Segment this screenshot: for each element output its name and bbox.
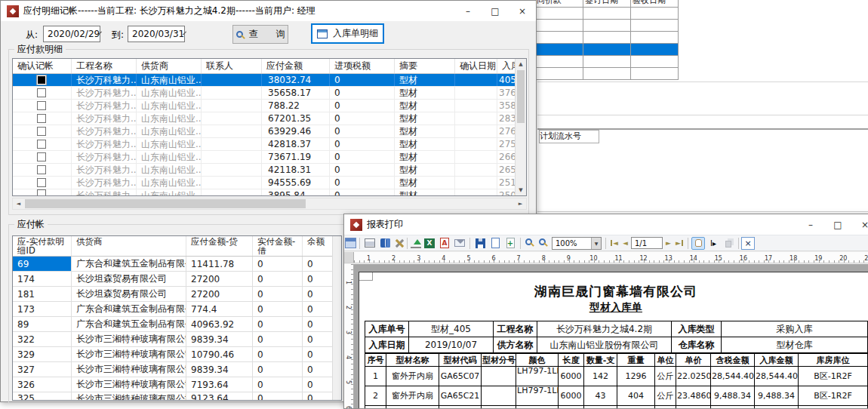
mail-icon[interactable] [453, 237, 466, 250]
col-summary[interactable]: 摘要 [395, 59, 455, 73]
col-confirm-book[interactable]: 确认记帐 [13, 59, 72, 73]
confirm-checkbox[interactable] [37, 189, 46, 195]
scroll-right-icon[interactable]: ► [515, 198, 526, 209]
col-project[interactable]: 工程名称 [72, 59, 137, 73]
from-date-select[interactable]: 2020/02/29 [43, 26, 100, 42]
zoom-in-icon[interactable] [537, 237, 549, 249]
confirm-checkbox[interactable] [37, 101, 46, 110]
print-icon[interactable] [363, 237, 377, 250]
col-supplier[interactable]: 供货商 [137, 59, 202, 73]
detail-table-row[interactable]: 长沙万科魅力... 山东南山铝业... 42818.37 0 型材 275 [13, 138, 526, 151]
minimize-icon[interactable]: – [454, 1, 482, 21]
confirm-checkbox[interactable] [37, 127, 46, 136]
detail-table-row[interactable]: 长沙万科魅力... 山东南山铝业... 3895.84 0 型材 250 [13, 189, 526, 196]
cell-material-subno [482, 367, 516, 386]
copy-button[interactable] [722, 237, 735, 250]
dropdown-icon[interactable]: ▼ [591, 238, 601, 249]
contract-table-row[interactable] [527, 44, 679, 56]
tools-icon[interactable] [393, 238, 404, 248]
last-page-button[interactable]: ► [674, 237, 685, 249]
horizontal-scrollbar[interactable]: ◄ ► [12, 198, 527, 210]
contract-table-row[interactable] [527, 32, 679, 44]
col-confirm-date[interactable]: 确认日期 [455, 59, 497, 73]
inbound-detail-button[interactable]: 入库单明细 [311, 23, 384, 44]
account-table-row[interactable]: 181 长沙坦森贸易有限公司 27200 0 0 [13, 287, 341, 302]
account-table-row[interactable]: 329 长沙市三湘特种玻璃有限公司 10790.46 0 0 [13, 347, 341, 362]
detail-table-row[interactable]: 长沙万科魅力... 山东南山铝业... 63929.46 0 型材 276 [13, 125, 526, 138]
account-table-row[interactable]: 69 广东合和建筑五金制品有限公司 11411.78 0 0 [13, 257, 341, 272]
export-icon[interactable] [411, 238, 421, 248]
add-page-icon[interactable]: + [503, 237, 517, 250]
cell-contact [202, 87, 262, 99]
col-contact[interactable]: 联系人 [202, 59, 262, 73]
designer-icon[interactable] [345, 238, 356, 248]
col-tax[interactable]: 进项税额 [330, 59, 395, 73]
hand-tool-button[interactable] [691, 237, 705, 250]
col-detail-id[interactable]: 应-实付款明细ID [13, 236, 72, 256]
pdf-export-icon[interactable]: A [438, 237, 451, 250]
zoom-select[interactable]: 100% ▼ [552, 237, 602, 250]
close-preview-button[interactable]: × [741, 237, 755, 250]
confirm-checkbox[interactable] [37, 165, 46, 174]
account-table-row[interactable]: 173 广东合和建筑五金制品有限公司 774.4 0 0 [13, 302, 341, 317]
confirm-checkbox[interactable] [37, 88, 46, 97]
query-button[interactable]: 查 询 [232, 25, 288, 44]
scrollbar-thumb[interactable] [25, 199, 306, 208]
preview-area[interactable]: 123456 湖南巨晟门窗幕墙有限公司 型材入库单 入库单号 型材_405 工程… [344, 264, 868, 408]
zoom-out-icon[interactable] [524, 237, 536, 249]
to-date-select[interactable]: 2020/03/31 [128, 26, 185, 42]
excel-export-icon[interactable]: X [423, 237, 436, 250]
confirm-checkbox[interactable] [37, 140, 46, 149]
contract-table-row[interactable] [527, 56, 679, 68]
detail-table-row[interactable]: 长沙万科魅力... 山东南山铝业... 35658.17 0 型材 376 [13, 87, 526, 100]
scroll-up-icon[interactable]: ▲ [516, 59, 526, 69]
account-table-row[interactable]: 322 长沙市三湘特种玻璃有限公司 9839.34 0 0 [13, 332, 341, 347]
payables-titlebar[interactable]: 应付明细记帐------当前工程: 长沙万科魅力之城4.2期------当前用户… [1, 1, 536, 21]
save-icon[interactable] [473, 237, 487, 250]
confirm-checkbox[interactable] [37, 178, 46, 187]
contract-table-row[interactable] [527, 20, 679, 32]
minimize-icon[interactable]: – [797, 214, 824, 235]
account-table-row[interactable]: 89 广东合和建筑五金制品有限公司 40963.92 0 0 [13, 317, 341, 332]
first-page-button[interactable]: ◄ [608, 237, 620, 249]
cell-qty: 142 [584, 367, 617, 386]
col-debit[interactable]: 实付金额-借 [253, 236, 303, 256]
detail-table-row[interactable]: 长沙万科魅力... 山东南山铝业... 38032.74 0 型材 405 [13, 74, 526, 87]
scrollbar-thumb[interactable] [517, 70, 525, 123]
account-table-row[interactable]: 325 长沙市三湘特种玻璃有限公司 9123.64 0 0 [13, 392, 341, 401]
contract-table-row[interactable] [527, 8, 679, 20]
next-page-button[interactable]: ► [663, 237, 674, 249]
detail-table-row[interactable]: 长沙万科魅力... 山东南山铝业... 94555.69 0 型材 251 [13, 177, 526, 189]
report-titlebar[interactable]: 报表打印 – □ × [344, 214, 868, 235]
vertical-scrollbar[interactable]: ▲ ▼ [515, 59, 526, 195]
confirm-checkbox[interactable] [37, 114, 46, 123]
detail-table-row[interactable]: 长沙万科魅力... 山东南山铝业... 73671.19 0 型材 266 [13, 151, 526, 164]
vertical-scrollbar[interactable] [332, 236, 341, 400]
book-icon[interactable] [378, 237, 392, 250]
page-indicator-input[interactable]: 1/1 [631, 237, 663, 249]
contract-table-row[interactable] [527, 68, 679, 80]
account-table-row[interactable]: 174 长沙坦森贸易有限公司 27200 0 0 [13, 272, 341, 287]
confirm-checkbox[interactable] [37, 75, 46, 85]
maximize-icon[interactable]: □ [824, 214, 851, 235]
text-select-tool-button[interactable]: I▸ [706, 237, 720, 250]
account-table-row[interactable]: 326 长沙市三湘特种玻璃有限公司 7193.64 0 0 [13, 377, 341, 392]
scroll-left-icon[interactable]: ◄ [13, 198, 24, 209]
maximize-icon[interactable]: □ [482, 1, 509, 21]
detail-table-row[interactable]: 长沙万科魅力... 山东南山铝业... 788.22 0 型材 358 [13, 100, 526, 112]
scroll-down-icon[interactable]: ▼ [516, 185, 526, 195]
confirm-checkbox[interactable] [37, 152, 46, 161]
cell-amount: 94555.69 [262, 177, 330, 189]
close-icon[interactable]: × [851, 214, 868, 235]
col-supplier[interactable]: 供货商 [72, 236, 186, 256]
col-credit[interactable]: 应付金额-贷 [186, 236, 253, 256]
prev-page-button[interactable]: ◄ [620, 237, 631, 249]
account-table-row[interactable]: 327 长沙市三湘特种玻璃有限公司 9839.34 0 0 [13, 362, 341, 377]
close-icon[interactable]: × [509, 1, 536, 21]
detail-table-row[interactable]: 长沙万科魅力... 山东南山铝业... 42118.31 0 型材 265 [13, 164, 526, 177]
cell-supplier: 长沙市三湘特种玻璃有限公司 [72, 377, 186, 392]
inbound-no-label: 入库单号 [365, 321, 409, 337]
page-setup-icon[interactable] [488, 237, 502, 250]
col-amount[interactable]: 应付金额 [262, 59, 330, 73]
detail-table-row[interactable]: 长沙万科魅力... 山东南山铝业... 67201.35 0 型材 283 [13, 112, 526, 125]
